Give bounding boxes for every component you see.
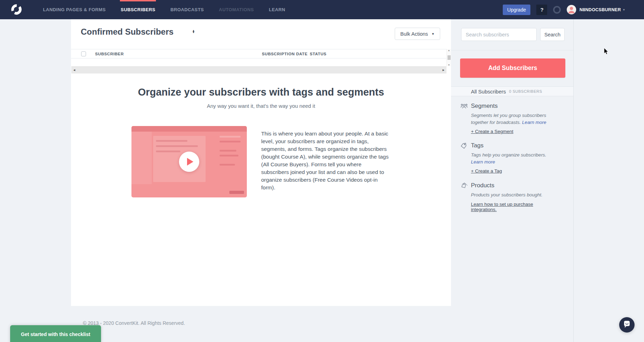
video-ui-line — [156, 145, 198, 147]
search-input[interactable] — [461, 28, 537, 41]
segments-learn-more-link[interactable]: Learn more — [522, 120, 546, 125]
mouse-cursor — [604, 48, 609, 56]
convertkit-subscribers-page: LANDING PAGES & FORMS SUBSCRIBERS BROADC… — [0, 0, 644, 342]
segments-people-icon — [460, 103, 468, 110]
purchase-integrations-link[interactable]: Learn how to set up purchase integration… — [471, 202, 556, 212]
select-all-checkbox[interactable] — [81, 51, 86, 56]
primary-nav: LANDING PAGES & FORMS SUBSCRIBERS BROADC… — [0, 0, 286, 19]
avatar — [567, 5, 576, 14]
subscriber-table-header: SUBSCRIBER SUBSCRIPTION DATE STATUS — [71, 49, 451, 58]
add-subscribers-button[interactable]: Add Subscribers — [460, 58, 565, 78]
top-navigation: LANDING PAGES & FORMS SUBSCRIBERS BROADC… — [0, 0, 644, 19]
tags-title: Tags — [471, 142, 556, 149]
video-ui-topbar — [131, 126, 247, 132]
nav-item-landing-pages-forms[interactable]: LANDING PAGES & FORMS — [42, 0, 106, 19]
chevron-down-icon: ▾ — [623, 8, 625, 12]
upgrade-button[interactable]: Upgrade — [503, 5, 531, 15]
scroll-up-icon[interactable]: ▲ — [448, 49, 450, 51]
get-started-checklist-button[interactable]: Get started with this checklist — [10, 325, 101, 342]
create-tag-link[interactable]: + Create a Tag — [471, 168, 502, 174]
column-header-subscriber[interactable]: SUBSCRIBER — [95, 52, 124, 56]
all-subscribers-label: All Subscribers — [471, 89, 506, 95]
subscribers-panel: Confirmed Subscribers ▲ ▼ Bulk Actions ▼… — [71, 19, 451, 306]
video-ui-sidebar — [131, 132, 152, 184]
segments-title: Segments — [471, 103, 556, 110]
video-ui-rightcol — [220, 136, 243, 171]
nav-item-automations[interactable]: AUTOMATIONS — [218, 0, 255, 19]
scrollbar-thumb[interactable] — [448, 55, 451, 60]
tutorial-video-thumbnail[interactable] — [131, 126, 247, 197]
chevron-down-icon: ▼ — [431, 32, 435, 36]
sidebar-section-segments: Segments Segments let you group subscrib… — [451, 103, 573, 134]
all-subscribers-count: 0 SUBSCRIBERS — [509, 89, 542, 93]
tag-icon — [460, 143, 468, 149]
sidebar-section-tags: Tags Tags help you organize subscribers.… — [451, 142, 573, 174]
convertkit-logo-icon[interactable] — [10, 4, 22, 15]
play-button[interactable] — [179, 152, 199, 172]
video-ui-button — [229, 191, 244, 194]
column-header-subscription-date[interactable]: SUBSCRIPTION DATE — [262, 52, 308, 56]
chat-launcher-button[interactable] — [619, 317, 635, 333]
create-segment-link[interactable]: + Create a Segment — [471, 129, 513, 134]
play-icon — [187, 158, 193, 166]
video-ui-line — [156, 151, 180, 152]
scroll-down-icon[interactable]: ▼ — [448, 64, 450, 66]
view-selector-sort-icon[interactable]: ▲ ▼ — [192, 30, 195, 34]
tags-learn-more-link[interactable]: Learn more — [471, 159, 495, 165]
scroll-left-icon[interactable]: ◄ — [73, 68, 76, 72]
products-title: Products — [471, 182, 556, 189]
hero-subtitle: Any way you want it, that's the way you … — [71, 103, 451, 109]
status-ring-icon[interactable] — [553, 6, 561, 14]
sidebar-divider — [451, 50, 573, 50]
hero-body-text: This is where you learn about your peopl… — [261, 130, 389, 191]
scroll-right-icon[interactable]: ► — [442, 68, 445, 72]
hero-title: Organize your subscribers with tags and … — [71, 86, 451, 98]
bulk-actions-button[interactable]: Bulk Actions ▼ — [395, 28, 440, 40]
table-vertical-scrollbar[interactable]: ▲ ▼ — [446, 49, 451, 66]
video-ui-line — [156, 140, 187, 142]
nav-item-learn[interactable]: LEARN — [268, 0, 286, 19]
sidebar-section-products: Products Products your subscribers bough… — [451, 182, 573, 212]
page-title: Confirmed Subscribers — [81, 27, 173, 37]
segments-description: Segments let you group subscribers toget… — [471, 112, 556, 126]
account-menu[interactable]: N8NDOCSBURNER ▾ — [567, 5, 625, 14]
table-horizontal-scrollbar[interactable]: ◄ ► — [71, 66, 446, 74]
nav-item-subscribers[interactable]: SUBSCRIBERS — [120, 0, 156, 19]
bulk-actions-label: Bulk Actions — [400, 31, 428, 37]
help-button[interactable]: ? — [536, 5, 547, 15]
chat-bubble-icon — [623, 320, 631, 329]
nav-item-broadcasts[interactable]: BROADCASTS — [170, 0, 205, 19]
all-subscribers-row[interactable]: All Subscribers 0 SUBSCRIBERS — [451, 86, 573, 96]
search-button[interactable]: Search — [540, 28, 565, 41]
view-title-row: Confirmed Subscribers ▲ ▼ — [81, 27, 195, 37]
nav-right-cluster: Upgrade ? N8NDOCSBURNER ▾ — [503, 0, 625, 19]
tags-description: Tags help you organize subscribers. Lear… — [471, 152, 556, 165]
subscribers-sidebar: Search Add Subscribers All Subscribers 0… — [451, 19, 574, 342]
products-description: Products your subscribers bought. — [471, 191, 556, 198]
column-header-status[interactable]: STATUS — [310, 52, 327, 56]
price-tag-icon — [460, 183, 468, 189]
username-label: N8NDOCSBURNER — [579, 7, 621, 12]
